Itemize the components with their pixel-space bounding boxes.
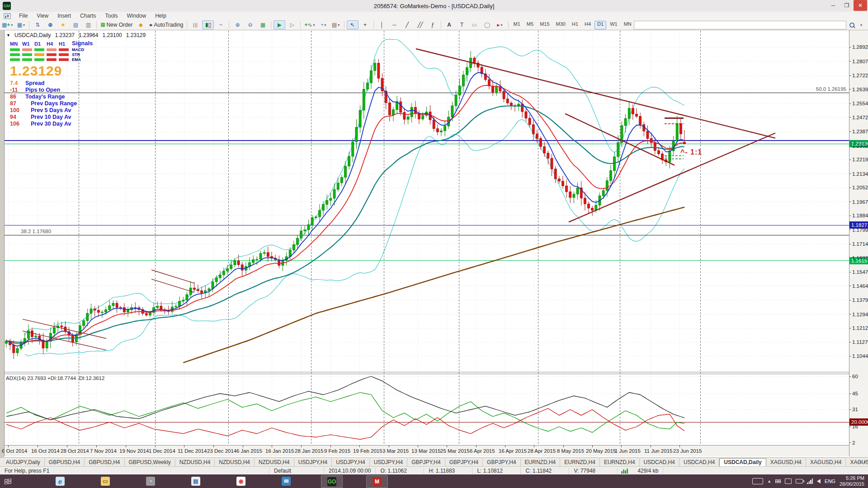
- taskbar-app-gomarkets[interactable]: GO: [321, 475, 343, 488]
- text-button[interactable]: A: [443, 20, 455, 29]
- chart-shift-button[interactable]: ▷: [286, 20, 298, 29]
- chart-tab-usdcad-daily[interactable]: USDCAD,Daily: [719, 458, 766, 467]
- timeframe-m15[interactable]: M15: [537, 21, 552, 29]
- ellipse-button[interactable]: ◯: [481, 20, 493, 29]
- language-indicator[interactable]: ENG: [825, 479, 835, 484]
- data-window-button[interactable]: ⊕: [44, 20, 56, 29]
- chart-tab-nzdusd-h4[interactable]: NZDUSD,H4: [215, 459, 255, 466]
- text-label-button[interactable]: T: [456, 20, 468, 29]
- volume-icon[interactable]: [817, 479, 821, 483]
- price-chart[interactable]: 50.0 1.2619538.2 1.176801.289201.280701.…: [0, 30, 868, 457]
- action-center-icon[interactable]: [775, 479, 781, 483]
- new-chart-button[interactable]: ▦+▾: [0, 20, 14, 29]
- taskbar-app-app-window[interactable]: ▤: [185, 475, 206, 487]
- chart-tab-nzdusd-h4[interactable]: NZDUSD,H4: [175, 459, 215, 466]
- search-icon[interactable]: [848, 21, 856, 29]
- chart-tab-gbpusd-h4[interactable]: GBPUSD,H4: [85, 459, 124, 466]
- chart-tab-eurnzd-h4[interactable]: EURNZD,H4: [521, 459, 561, 466]
- indicators-button[interactable]: +∿▾: [303, 20, 316, 29]
- cursor-button[interactable]: ↖: [347, 20, 359, 29]
- profile-segment[interactable]: Default: [269, 468, 324, 474]
- hidden-icons-chevron-icon[interactable]: ▲: [767, 479, 771, 483]
- zoom-in-button[interactable]: ⊕: [231, 20, 243, 29]
- timeframe-m5[interactable]: M5: [524, 21, 536, 29]
- arrows-button[interactable]: ▸▾: [494, 20, 506, 29]
- chart-tab-nzdusd-h4[interactable]: NZDUSD,H4: [255, 459, 294, 466]
- menu-file[interactable]: File: [14, 12, 32, 19]
- display-icon[interactable]: [785, 479, 792, 484]
- chart-tab-xagusd-h4[interactable]: XAGUSD,H4: [806, 459, 846, 466]
- autotrading-button[interactable]: ●●AutoTrading: [147, 20, 184, 29]
- minimize-button[interactable]: ─: [826, 0, 840, 11]
- trendline-button[interactable]: ╱: [401, 20, 413, 29]
- profiles-button[interactable]: ▦▾: [15, 20, 27, 29]
- chart-tab-usdjpy-h4[interactable]: USDJPY,H4: [370, 459, 407, 466]
- tabs-scroll-left-icon[interactable]: ◂: [859, 459, 861, 464]
- timeframe-h1[interactable]: H1: [569, 21, 581, 29]
- metaeditor-button[interactable]: ◆: [135, 20, 146, 29]
- menu-help[interactable]: Help: [151, 12, 171, 19]
- menu-window[interactable]: Window: [123, 12, 151, 19]
- chart-window[interactable]: 50.0 1.2619538.2 1.176801.289201.280701.…: [0, 30, 868, 457]
- search-input[interactable]: [634, 21, 846, 29]
- battery-icon[interactable]: [796, 479, 803, 483]
- search-dropdown-icon[interactable]: ▾: [858, 21, 864, 29]
- candlestick-chart-button[interactable]: ▮▯: [202, 20, 214, 29]
- strategy-tester-button[interactable]: ▥: [82, 20, 94, 29]
- chart-tab-gbpjpy-h4[interactable]: GBPJPY,H4: [445, 459, 483, 466]
- timeframe-m30[interactable]: M30: [553, 21, 568, 29]
- new-order-button[interactable]: ⊞New Order: [99, 20, 134, 29]
- menu-insert[interactable]: Insert: [53, 12, 75, 19]
- chart-tab-usdcad-h4[interactable]: USDCAD,H4: [640, 459, 679, 466]
- chart-tab-eurnzd-h4[interactable]: EURNZD,H4: [600, 459, 640, 466]
- timeframe-d1[interactable]: D1: [594, 21, 606, 29]
- fibonacci-button[interactable]: ƒ: [427, 20, 439, 29]
- tile-windows-button[interactable]: ▦: [257, 20, 269, 29]
- terminal-button[interactable]: ▤: [70, 20, 81, 29]
- timeframe-h4[interactable]: H4: [582, 21, 594, 29]
- one-click-caret-icon[interactable]: ▼: [6, 33, 10, 38]
- tabs-scroll-right-icon[interactable]: ▸: [864, 459, 866, 464]
- market-watch-button[interactable]: ⇅: [32, 20, 43, 29]
- menu-view[interactable]: View: [32, 12, 53, 19]
- auto-scroll-button[interactable]: ▶: [274, 20, 285, 29]
- menu-tools[interactable]: Tools: [101, 12, 123, 19]
- channel-button[interactable]: ╱╱: [414, 20, 426, 29]
- navigator-button[interactable]: ★: [57, 20, 69, 29]
- chart-tab-eurnzd-h4[interactable]: EURNZD,H4: [560, 459, 600, 466]
- templates-button[interactable]: ▤▾: [330, 20, 342, 29]
- keyboard-icon[interactable]: [752, 478, 763, 484]
- chart-tab-usdcad-h4[interactable]: USDCAD,H4: [679, 459, 719, 466]
- taskbar-app-chrome[interactable]: ◉: [231, 475, 251, 487]
- timeframe-m1[interactable]: M1: [511, 21, 523, 29]
- chart-tab-gbpusd-weekly[interactable]: GBPUSD,Weekly: [125, 459, 175, 466]
- menu-charts[interactable]: Charts: [75, 12, 100, 19]
- crosshair-button[interactable]: +: [359, 20, 371, 29]
- taskbar-app-mail-app[interactable]: ✉: [276, 475, 297, 487]
- taskbar-app-file-explorer[interactable]: ▭: [95, 475, 116, 487]
- line-chart-button[interactable]: ~: [215, 20, 226, 29]
- chart-tab-usdjpy-h4[interactable]: USDJPY,H4: [294, 459, 332, 466]
- chart-tab-audjpy-daily[interactable]: AUDJPY,Daily: [2, 459, 45, 466]
- chart-tab-xagusd-h4[interactable]: XAGUSD,H4: [766, 459, 806, 466]
- chart-tab-gbpjpy-h4[interactable]: GBPJPY,H4: [483, 459, 520, 466]
- zoom-out-button[interactable]: ⊖: [244, 20, 256, 29]
- close-button[interactable]: ✕: [854, 0, 867, 11]
- bars-chart-button[interactable]: |||: [189, 20, 201, 29]
- start-button[interactable]: [0, 474, 15, 488]
- vertical-line-button[interactable]: │: [376, 20, 388, 29]
- taskbar-app-gears[interactable]: ◔: [140, 475, 161, 487]
- maximize-button[interactable]: ❐: [840, 0, 854, 11]
- timeframe-w1[interactable]: W1: [607, 21, 620, 29]
- taskbar-app-internet-explorer[interactable]: e: [50, 475, 71, 487]
- clock[interactable]: 5:26 PM 28/06/2015: [840, 475, 864, 487]
- timeframe-mn[interactable]: MN: [621, 21, 634, 29]
- rectangle-button[interactable]: ▭: [469, 20, 481, 29]
- periods-button[interactable]: ◔▾: [317, 20, 329, 29]
- chart-tab-usdjpy-h4[interactable]: USDJPY,H4: [332, 459, 369, 466]
- network-icon[interactable]: [807, 479, 813, 484]
- chart-tab-gbpjpy-h4[interactable]: GBPJPY,H4: [407, 459, 445, 466]
- taskbar-app-metatrader[interactable]: M: [366, 475, 388, 488]
- chart-tab-gbpusd-h4[interactable]: GBPUSD,H4: [45, 459, 85, 466]
- horizontal-line-button[interactable]: ─: [389, 20, 401, 29]
